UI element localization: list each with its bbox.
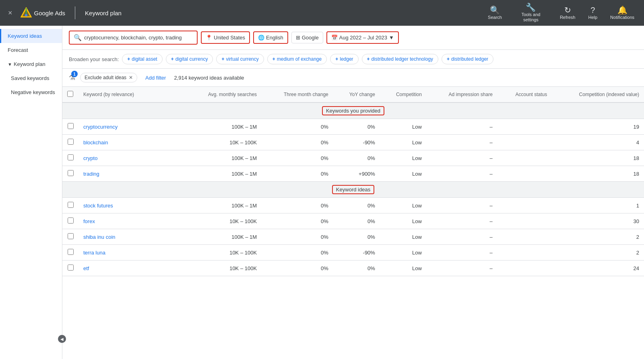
tools-settings-button[interactable]: 🔧 Tools and settings [510, 1, 552, 25]
sidebar-item-forecast[interactable]: Forecast [0, 43, 62, 57]
keyword-cell[interactable]: terra luna [78, 245, 185, 261]
broaden-chip-1[interactable]: + digital currency [166, 54, 213, 64]
sidebar-collapse-button[interactable]: ◀ [58, 335, 66, 343]
competition-indexed-cell: 18 [552, 166, 644, 182]
ad-impression-cell: – [427, 261, 497, 276]
row-checkbox[interactable] [68, 249, 74, 255]
broaden-chip-4[interactable]: + ledger [330, 54, 358, 64]
sidebar-item-negative-keywords[interactable]: Negative keywords [0, 85, 62, 99]
avg-monthly-cell: 100K – 1M [185, 119, 262, 135]
main-content: 🔍 cryptocurrency, blockchain, crypto, tr… [62, 26, 644, 359]
keywords-count: 2,914 keyword ideas available [174, 75, 244, 81]
avg-monthly-cell: 10K – 100K [185, 213, 262, 229]
competition-cell: Low [380, 198, 427, 213]
notifications-button[interactable]: 🔔 Notifications [605, 4, 639, 22]
avg-monthly-cell: 100K – 1M [185, 150, 262, 166]
broaden-chip-5[interactable]: + distributed ledger technology [362, 54, 438, 64]
account-status-cell [497, 135, 552, 150]
add-filter-button[interactable]: Add filter [142, 73, 169, 82]
broaden-chip-2[interactable]: + virtual currency [216, 54, 264, 64]
three-month-cell: 0% [262, 213, 333, 229]
keyword-cell[interactable]: trading [78, 166, 185, 182]
language-filter[interactable]: 🌐 English [253, 31, 288, 44]
search-nav-icon: 🔍 [490, 6, 500, 14]
close-chip-icon[interactable]: ✕ [129, 75, 133, 80]
row-checkbox[interactable] [68, 123, 74, 129]
competition-indexed-cell: 30 [552, 213, 644, 229]
search-input-wrap[interactable]: 🔍 cryptocurrency, blockchain, crypto, tr… [69, 31, 198, 45]
account-status-cell [497, 229, 552, 245]
three-month-cell: 0% [262, 150, 333, 166]
competition-indexed-cell: 24 [552, 261, 644, 276]
sidebar-item-keyword-plan[interactable]: ▼ Keyword plan [0, 57, 62, 71]
exclude-adult-chip[interactable]: Exclude adult ideas ✕ [80, 73, 137, 82]
language-icon: 🌐 [258, 35, 264, 41]
row-checkbox[interactable] [68, 265, 74, 271]
broaden-chip-6[interactable]: + distributed ledger [442, 54, 493, 64]
select-all-checkbox[interactable] [67, 91, 73, 97]
filter-bar: 🔍 cryptocurrency, blockchain, crypto, tr… [62, 26, 644, 50]
competition-indexed-col-header[interactable]: Competition (indexed value) [552, 87, 644, 103]
table-row: crypto100K – 1M0%0%Low–18 [62, 150, 644, 166]
yoy-cell: -90% [333, 135, 380, 150]
sidebar-item-saved-keywords[interactable]: Saved keywords [0, 71, 62, 85]
avg-monthly-cell: 10K – 100K [185, 135, 262, 150]
plus-icon-3: + [272, 56, 275, 62]
three-month-col-header[interactable]: Three month change [262, 87, 333, 103]
chevron-down-icon: ▼ [8, 62, 12, 67]
row-checkbox[interactable] [68, 217, 74, 224]
filter-funnel-wrap[interactable]: ⚗ 1 [69, 73, 75, 82]
competition-cell: Low [380, 119, 427, 135]
keyword-cell[interactable]: cryptocurrency [78, 119, 185, 135]
keyword-cell[interactable]: etf [78, 261, 185, 276]
ad-impression-cell: – [427, 135, 497, 150]
top-nav-left: × Google Ads Keyword plan [5, 6, 483, 19]
broaden-chip-0[interactable]: + digital asset [122, 54, 162, 64]
avg-monthly-col-header[interactable]: Avg. monthly searches [185, 87, 262, 103]
filter-badge: 1 [71, 71, 78, 77]
account-status-col-header[interactable]: Account status [497, 87, 552, 103]
page-title: Keyword plan [85, 10, 122, 16]
keyword-cell[interactable]: crypto [78, 150, 185, 166]
plus-icon-5: + [367, 56, 370, 62]
competition-cell: Low [380, 261, 427, 276]
search-input[interactable]: cryptocurrency, blockchain, crypto, trad… [84, 35, 182, 41]
sidebar-item-keyword-ideas[interactable]: Keyword ideas [0, 29, 62, 43]
table-row: stock futures100K – 1M0%0%Low–1 [62, 198, 644, 213]
checkbox-col-header[interactable] [62, 87, 78, 103]
keyword-cell[interactable]: blockchain [78, 135, 185, 150]
competition-col-header[interactable]: Competition [380, 87, 427, 103]
row-checkbox[interactable] [68, 170, 74, 176]
row-checkbox[interactable] [68, 139, 74, 145]
yoy-col-header[interactable]: YoY change [333, 87, 380, 103]
competition-indexed-cell: 2 [552, 229, 644, 245]
keyword-col-header[interactable]: Keyword (by relevance) [78, 87, 185, 103]
date-range-filter[interactable]: 📅 Aug 2022 – Jul 2023 ▼ [326, 31, 399, 44]
competition-cell: Low [380, 245, 427, 261]
account-status-cell [497, 245, 552, 261]
help-button[interactable]: ? Help [583, 4, 602, 22]
google-ads-logo: Google Ads [21, 7, 66, 18]
network-filter[interactable]: ⊞ Google [291, 32, 323, 43]
ad-impression-cell: – [427, 166, 497, 182]
keyword-cell[interactable]: shiba inu coin [78, 229, 185, 245]
location-filter[interactable]: 📍 United States [201, 31, 250, 44]
yoy-cell: 0% [333, 261, 380, 276]
ad-impression-cell: – [427, 229, 497, 245]
row-checkbox[interactable] [68, 202, 74, 208]
competition-cell: Low [380, 166, 427, 182]
close-button[interactable]: × [5, 7, 16, 19]
table-row: etf10K – 100K0%0%Low–24 [62, 261, 644, 276]
ad-impression-col-header[interactable]: Ad impression share [427, 87, 497, 103]
row-checkbox[interactable] [68, 233, 74, 239]
broaden-chip-3[interactable]: + medium of exchange [267, 54, 327, 64]
table-row: blockchain10K – 100K0%-90%Low–4 [62, 135, 644, 150]
account-status-cell [497, 213, 552, 229]
row-checkbox[interactable] [68, 154, 74, 160]
keyword-cell[interactable]: forex [78, 213, 185, 229]
search-nav-button[interactable]: 🔍 Search [483, 4, 507, 22]
svg-point-2 [25, 14, 27, 16]
keyword-cell[interactable]: stock futures [78, 198, 185, 213]
refresh-button[interactable]: ↻ Refresh [555, 4, 580, 22]
ad-impression-cell: – [427, 119, 497, 135]
